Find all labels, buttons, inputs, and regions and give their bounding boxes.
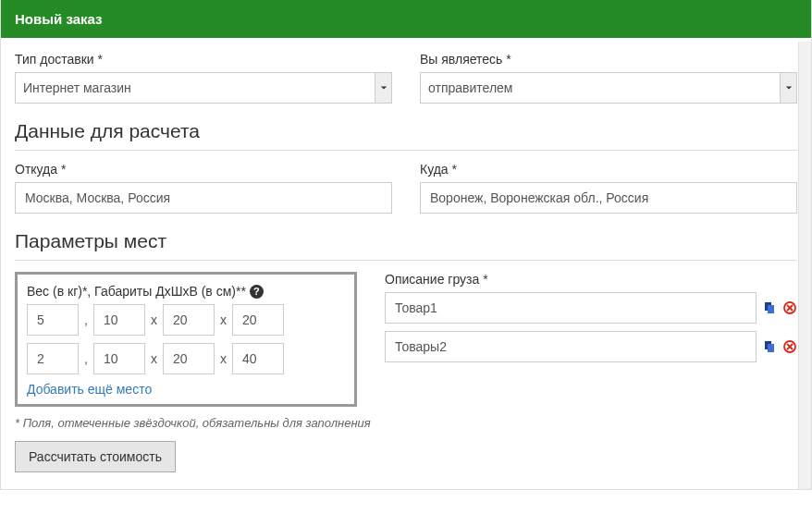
scrollbar[interactable] <box>798 42 811 489</box>
separator-comma: , <box>84 351 88 366</box>
copy-icon[interactable] <box>762 339 777 354</box>
copy-icon[interactable] <box>762 300 777 315</box>
role-select[interactable]: отправителем <box>420 72 797 104</box>
help-icon[interactable]: ? <box>250 285 264 299</box>
to-label: Куда * <box>420 162 797 177</box>
length-input[interactable] <box>93 304 145 336</box>
delete-icon[interactable] <box>782 300 797 315</box>
params-section-title: Параметры мест <box>15 230 797 261</box>
page-header: Новый заказ <box>1 0 811 38</box>
cargo-input[interactable] <box>385 331 757 362</box>
places-box: Вес (в кг)*, Габариты ДхШхВ (в см)** ? ,… <box>15 272 357 407</box>
height-input[interactable] <box>232 343 284 374</box>
svg-rect-1 <box>768 305 774 313</box>
width-input[interactable] <box>163 304 215 336</box>
required-note: * Поля, отмеченные звёздочкой, обязатель… <box>15 416 797 430</box>
delivery-type-select[interactable]: Интернет магазин <box>15 72 392 104</box>
svg-rect-6 <box>768 344 774 352</box>
delivery-type-label: Тип доставки * <box>15 52 392 67</box>
cargo-input[interactable] <box>385 292 757 324</box>
height-input[interactable] <box>232 304 284 336</box>
page-title: Новый заказ <box>15 11 103 27</box>
to-input[interactable] <box>420 182 797 214</box>
separator-x: x <box>220 351 227 366</box>
width-input[interactable] <box>163 343 215 374</box>
place-row: , x x <box>27 343 345 374</box>
weight-input[interactable] <box>27 343 79 374</box>
role-label: Вы являетесь * <box>420 52 797 67</box>
dims-label: Вес (в кг)*, Габариты ДхШхВ (в см)** ? <box>27 284 345 299</box>
separator-x: x <box>220 312 227 327</box>
calc-section-title: Данные для расчета <box>15 120 797 151</box>
cargo-label: Описание груза * <box>385 272 797 287</box>
from-input[interactable] <box>15 182 392 214</box>
weight-input[interactable] <box>27 304 79 336</box>
separator-x: x <box>151 312 157 327</box>
separator-comma: , <box>84 312 88 327</box>
length-input[interactable] <box>93 343 145 374</box>
page: Новый заказ Тип доставки * Интернет мага… <box>0 0 812 490</box>
content: Тип доставки * Интернет магазин Вы являе… <box>1 38 811 489</box>
add-place-link[interactable]: Добавить ещё место <box>27 382 152 397</box>
calculate-button[interactable]: Рассчитать стоимость <box>15 441 176 472</box>
cargo-row <box>385 331 797 362</box>
cargo-row <box>385 292 797 324</box>
separator-x: x <box>151 351 157 366</box>
delete-icon[interactable] <box>782 339 797 354</box>
place-row: , x x <box>27 304 345 336</box>
from-label: Откуда * <box>15 162 392 177</box>
